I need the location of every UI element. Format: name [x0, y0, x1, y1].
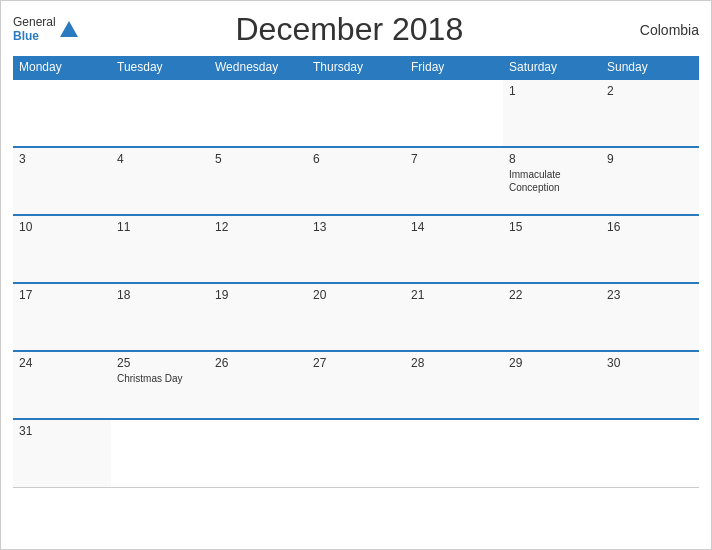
day-cell: 4 [111, 147, 209, 215]
day-number: 15 [509, 220, 595, 234]
day-number: 28 [411, 356, 497, 370]
day-number: 20 [313, 288, 399, 302]
day-cell: 12 [209, 215, 307, 283]
day-cell: 17 [13, 283, 111, 351]
country-label: Colombia [619, 22, 699, 38]
header-thursday: Thursday [307, 56, 405, 79]
holiday-name: Christmas Day [117, 372, 203, 385]
header: General Blue December 2018 Colombia [13, 11, 699, 48]
day-cell: 15 [503, 215, 601, 283]
day-number: 8 [509, 152, 595, 166]
day-number: 29 [509, 356, 595, 370]
day-cell: 26 [209, 351, 307, 419]
day-number: 16 [607, 220, 693, 234]
day-cell: 6 [307, 147, 405, 215]
day-cell: 25Christmas Day [111, 351, 209, 419]
day-cell [405, 79, 503, 147]
day-number: 10 [19, 220, 105, 234]
day-cell: 20 [307, 283, 405, 351]
logo-blue-text: Blue [13, 30, 56, 43]
week-row-1: 345678Immaculate Conception9 [13, 147, 699, 215]
day-number: 26 [215, 356, 301, 370]
day-cell [307, 419, 405, 487]
day-cell: 22 [503, 283, 601, 351]
day-number: 9 [607, 152, 693, 166]
day-number: 18 [117, 288, 203, 302]
day-number: 1 [509, 84, 595, 98]
day-number: 21 [411, 288, 497, 302]
header-tuesday: Tuesday [111, 56, 209, 79]
day-number: 19 [215, 288, 301, 302]
day-number: 7 [411, 152, 497, 166]
svg-marker-0 [60, 21, 78, 37]
day-cell: 19 [209, 283, 307, 351]
day-cell: 5 [209, 147, 307, 215]
header-monday: Monday [13, 56, 111, 79]
header-wednesday: Wednesday [209, 56, 307, 79]
day-cell [307, 79, 405, 147]
week-row-0: 12 [13, 79, 699, 147]
weekday-header-row: Monday Tuesday Wednesday Thursday Friday… [13, 56, 699, 79]
day-cell: 24 [13, 351, 111, 419]
day-number: 13 [313, 220, 399, 234]
day-number: 23 [607, 288, 693, 302]
logo-flag-icon [58, 19, 80, 41]
week-row-5: 31 [13, 419, 699, 487]
day-cell: 11 [111, 215, 209, 283]
logo-general-text: General [13, 16, 56, 29]
calendar-table: Monday Tuesday Wednesday Thursday Friday… [13, 56, 699, 488]
day-number: 5 [215, 152, 301, 166]
day-number: 14 [411, 220, 497, 234]
day-number: 3 [19, 152, 105, 166]
day-cell: 10 [13, 215, 111, 283]
day-cell [405, 419, 503, 487]
day-number: 22 [509, 288, 595, 302]
day-cell: 18 [111, 283, 209, 351]
day-cell [111, 419, 209, 487]
day-number: 25 [117, 356, 203, 370]
day-cell [601, 419, 699, 487]
day-cell: 13 [307, 215, 405, 283]
day-number: 12 [215, 220, 301, 234]
day-number: 24 [19, 356, 105, 370]
day-number: 27 [313, 356, 399, 370]
day-cell: 2 [601, 79, 699, 147]
day-number: 11 [117, 220, 203, 234]
day-cell: 27 [307, 351, 405, 419]
logo: General Blue [13, 16, 80, 42]
day-cell: 21 [405, 283, 503, 351]
day-cell: 31 [13, 419, 111, 487]
day-number: 4 [117, 152, 203, 166]
day-number: 30 [607, 356, 693, 370]
day-cell: 23 [601, 283, 699, 351]
day-cell: 16 [601, 215, 699, 283]
day-cell: 30 [601, 351, 699, 419]
header-sunday: Sunday [601, 56, 699, 79]
day-cell: 1 [503, 79, 601, 147]
header-friday: Friday [405, 56, 503, 79]
day-cell [209, 79, 307, 147]
day-cell: 3 [13, 147, 111, 215]
day-number: 31 [19, 424, 105, 438]
day-number: 17 [19, 288, 105, 302]
day-cell: 28 [405, 351, 503, 419]
day-cell: 8Immaculate Conception [503, 147, 601, 215]
holiday-name: Immaculate Conception [509, 168, 595, 194]
month-title: December 2018 [80, 11, 619, 48]
day-cell [503, 419, 601, 487]
day-cell [111, 79, 209, 147]
day-number: 2 [607, 84, 693, 98]
week-row-2: 10111213141516 [13, 215, 699, 283]
day-cell [13, 79, 111, 147]
day-number: 6 [313, 152, 399, 166]
week-row-3: 17181920212223 [13, 283, 699, 351]
day-cell: 7 [405, 147, 503, 215]
day-cell: 29 [503, 351, 601, 419]
calendar-container: General Blue December 2018 Colombia Mond… [0, 0, 712, 550]
day-cell [209, 419, 307, 487]
day-cell: 14 [405, 215, 503, 283]
week-row-4: 2425Christmas Day2627282930 [13, 351, 699, 419]
header-saturday: Saturday [503, 56, 601, 79]
day-cell: 9 [601, 147, 699, 215]
